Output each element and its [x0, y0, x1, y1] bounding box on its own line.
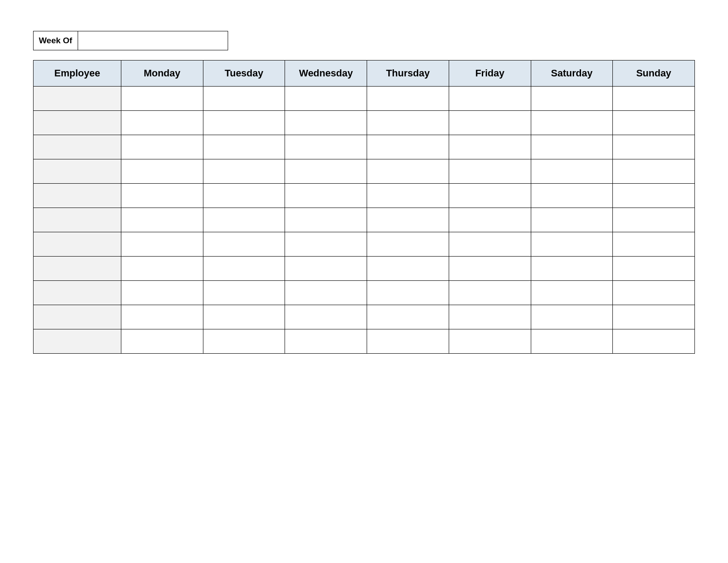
schedule-cell[interactable]: [531, 232, 613, 257]
employee-cell[interactable]: [34, 208, 121, 232]
schedule-cell[interactable]: [367, 208, 449, 232]
schedule-cell[interactable]: [203, 281, 285, 305]
col-header-friday: Friday: [449, 60, 531, 87]
schedule-cell[interactable]: [285, 159, 367, 184]
employee-cell[interactable]: [34, 329, 121, 354]
schedule-cell[interactable]: [203, 232, 285, 257]
schedule-cell[interactable]: [531, 159, 613, 184]
schedule-cell[interactable]: [203, 159, 285, 184]
table-header-row: Employee Monday Tuesday Wednesday Thursd…: [34, 60, 695, 87]
schedule-cell[interactable]: [285, 208, 367, 232]
schedule-cell[interactable]: [367, 111, 449, 135]
col-header-sunday: Sunday: [613, 60, 695, 87]
schedule-cell[interactable]: [531, 305, 613, 329]
schedule-cell[interactable]: [285, 329, 367, 354]
schedule-cell[interactable]: [449, 184, 531, 208]
schedule-cell[interactable]: [121, 87, 203, 111]
table-row: [34, 329, 695, 354]
schedule-cell[interactable]: [121, 135, 203, 159]
schedule-cell[interactable]: [121, 111, 203, 135]
schedule-cell[interactable]: [367, 257, 449, 281]
schedule-cell[interactable]: [203, 305, 285, 329]
schedule-cell[interactable]: [121, 257, 203, 281]
table-row: [34, 135, 695, 159]
schedule-cell[interactable]: [367, 281, 449, 305]
schedule-cell[interactable]: [531, 87, 613, 111]
schedule-cell[interactable]: [613, 281, 695, 305]
schedule-cell[interactable]: [285, 111, 367, 135]
employee-cell[interactable]: [34, 87, 121, 111]
schedule-cell[interactable]: [449, 135, 531, 159]
schedule-cell[interactable]: [203, 87, 285, 111]
schedule-cell[interactable]: [121, 305, 203, 329]
schedule-cell[interactable]: [121, 159, 203, 184]
schedule-cell[interactable]: [285, 257, 367, 281]
schedule-cell[interactable]: [449, 87, 531, 111]
schedule-cell[interactable]: [449, 232, 531, 257]
schedule-cell[interactable]: [613, 159, 695, 184]
schedule-cell[interactable]: [121, 232, 203, 257]
schedule-cell[interactable]: [449, 111, 531, 135]
schedule-cell[interactable]: [203, 111, 285, 135]
schedule-cell[interactable]: [367, 159, 449, 184]
schedule-cell[interactable]: [203, 135, 285, 159]
schedule-cell[interactable]: [449, 257, 531, 281]
schedule-cell[interactable]: [531, 329, 613, 354]
schedule-cell[interactable]: [531, 281, 613, 305]
schedule-cell[interactable]: [367, 329, 449, 354]
schedule-cell[interactable]: [449, 305, 531, 329]
schedule-cell[interactable]: [121, 329, 203, 354]
schedule-cell[interactable]: [285, 184, 367, 208]
schedule-cell[interactable]: [285, 305, 367, 329]
schedule-cell[interactable]: [367, 232, 449, 257]
schedule-cell[interactable]: [531, 208, 613, 232]
schedule-cell[interactable]: [285, 87, 367, 111]
schedule-cell[interactable]: [121, 208, 203, 232]
schedule-cell[interactable]: [449, 208, 531, 232]
employee-cell[interactable]: [34, 232, 121, 257]
schedule-cell[interactable]: [367, 135, 449, 159]
employee-cell[interactable]: [34, 184, 121, 208]
table-row: [34, 159, 695, 184]
schedule-cell[interactable]: [449, 329, 531, 354]
col-header-tuesday: Tuesday: [203, 60, 285, 87]
schedule-cell[interactable]: [449, 281, 531, 305]
col-header-thursday: Thursday: [367, 60, 449, 87]
employee-cell[interactable]: [34, 257, 121, 281]
week-of-label: Week Of: [33, 31, 78, 50]
employee-cell[interactable]: [34, 159, 121, 184]
employee-cell[interactable]: [34, 281, 121, 305]
schedule-cell[interactable]: [613, 232, 695, 257]
employee-cell[interactable]: [34, 305, 121, 329]
schedule-cell[interactable]: [367, 87, 449, 111]
schedule-cell[interactable]: [285, 232, 367, 257]
schedule-cell[interactable]: [531, 135, 613, 159]
schedule-cell[interactable]: [449, 159, 531, 184]
col-header-monday: Monday: [121, 60, 203, 87]
employee-cell[interactable]: [34, 135, 121, 159]
schedule-cell[interactable]: [613, 257, 695, 281]
schedule-cell[interactable]: [121, 281, 203, 305]
schedule-cell[interactable]: [613, 208, 695, 232]
schedule-cell[interactable]: [531, 184, 613, 208]
schedule-cell[interactable]: [613, 305, 695, 329]
schedule-cell[interactable]: [285, 281, 367, 305]
schedule-cell[interactable]: [203, 184, 285, 208]
schedule-cell[interactable]: [613, 87, 695, 111]
table-row: [34, 208, 695, 232]
schedule-cell[interactable]: [203, 329, 285, 354]
employee-cell[interactable]: [34, 111, 121, 135]
schedule-cell[interactable]: [367, 305, 449, 329]
schedule-cell[interactable]: [203, 208, 285, 232]
schedule-cell[interactable]: [367, 184, 449, 208]
week-of-input[interactable]: [78, 31, 228, 50]
schedule-cell[interactable]: [531, 257, 613, 281]
schedule-cell[interactable]: [121, 184, 203, 208]
schedule-cell[interactable]: [531, 111, 613, 135]
schedule-cell[interactable]: [285, 135, 367, 159]
schedule-cell[interactable]: [613, 329, 695, 354]
schedule-cell[interactable]: [203, 257, 285, 281]
schedule-cell[interactable]: [613, 111, 695, 135]
schedule-cell[interactable]: [613, 184, 695, 208]
schedule-cell[interactable]: [613, 135, 695, 159]
